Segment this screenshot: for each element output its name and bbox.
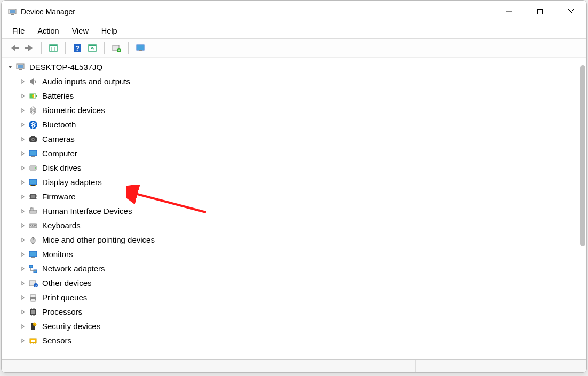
svg-rect-55 [30,225,31,226]
chevron-right-icon[interactable] [19,137,27,142]
toolbar-back-button[interactable] [7,41,22,55]
svg-rect-8 [25,47,29,49]
tree-category[interactable]: ?Other devices [19,276,586,290]
tree-category[interactable]: Network adapters [19,261,586,276]
menu-view[interactable]: View [66,25,95,37]
tree-category[interactable]: Keyboards [19,218,586,233]
tree-category[interactable]: Processors [19,305,586,319]
speaker-icon [27,76,39,87]
tree-category[interactable]: Monitors [19,247,586,261]
tree-category[interactable]: Human Interface Devices [19,204,586,218]
chevron-right-icon[interactable] [19,295,27,300]
chevron-right-icon[interactable] [19,151,27,156]
chevron-right-icon[interactable] [19,93,27,99]
tree-category[interactable]: Security devices [19,319,586,333]
device-manager-window: Device Manager File Action View Help [1,0,587,373]
svg-rect-10 [50,45,57,46]
maximize-button[interactable] [525,1,555,23]
tree-category-label: Bluetooth [41,121,76,129]
monitor-icon [27,249,39,260]
titlebar[interactable]: Device Manager [2,1,586,23]
svg-point-30 [33,109,34,111]
svg-rect-63 [31,257,35,258]
tree-category-label: Processors [41,308,82,316]
chevron-right-icon[interactable] [19,252,27,257]
tree-category-label: Mice and other pointing devices [41,236,155,244]
chevron-right-icon[interactable] [19,165,27,171]
battery-icon [27,91,39,101]
tree-category-label: Sensors [41,337,71,345]
toolbar-addlegacy-button[interactable]: + [109,41,124,55]
chevron-right-icon[interactable] [19,338,27,343]
minimize-button[interactable] [494,1,525,23]
monitor-icon [27,148,39,159]
tree-category-label: Disk drives [41,164,81,172]
chevron-right-icon[interactable] [19,309,27,315]
chevron-right-icon[interactable] [19,237,27,243]
chevron-right-icon[interactable] [19,79,27,84]
toolbar-showhidden-button[interactable] [46,41,61,55]
svg-rect-44 [31,195,35,198]
device-tree-area[interactable]: DESKTOP-4L537JQ Audio inputs and outputs… [2,57,586,359]
tree-category-label: Human Interface Devices [41,207,132,215]
printer-icon [27,292,39,303]
svg-point-34 [33,139,34,140]
svg-rect-64 [29,265,33,268]
tree-category-label: Computer [41,149,77,157]
statusbar [2,359,586,372]
display-adapter-icon [27,177,39,188]
svg-rect-76 [31,310,35,314]
mouse-icon [27,235,39,245]
unknown-device-icon: ? [27,278,39,289]
tree-category[interactable]: Cameras [19,132,586,146]
svg-rect-73 [31,294,35,297]
chevron-right-icon[interactable] [19,266,27,271]
svg-rect-35 [31,136,35,138]
tree-category[interactable]: Bluetooth [19,117,586,132]
chevron-right-icon[interactable] [19,324,27,329]
scrollbar-thumb[interactable] [580,65,585,246]
menu-file[interactable]: File [6,25,31,37]
fingerprint-icon [27,105,39,116]
tree-category[interactable]: Disk drives [19,161,586,175]
tree-category-label: Security devices [41,322,100,330]
app-icon [7,6,18,17]
chevron-right-icon[interactable] [19,108,27,113]
chevron-right-icon[interactable] [19,209,27,214]
svg-rect-7 [15,47,19,49]
svg-rect-59 [31,226,35,227]
toolbar-monitor-button[interactable] [133,41,148,55]
disk-icon [27,163,39,173]
svg-rect-85 [34,324,35,326]
cpu-icon [27,307,39,317]
tree-category-label: Firmware [41,193,76,201]
sensor-icon [27,335,39,346]
keyboard-icon [27,220,39,231]
tree-category[interactable]: Print queues [19,290,586,305]
menu-action[interactable]: Action [31,25,65,37]
tree-category[interactable]: Audio inputs and outputs [19,74,586,89]
chevron-right-icon[interactable] [19,194,27,199]
tree-category[interactable]: Computer [19,146,586,161]
toolbar-forward-button[interactable] [22,41,37,55]
tree-category[interactable]: Batteries [19,89,586,103]
chevron-right-icon[interactable] [19,281,27,286]
tree-category[interactable]: Mice and other pointing devices [19,233,586,247]
tree-root[interactable]: DESKTOP-4L537JQ [6,60,586,74]
close-button[interactable] [555,1,586,23]
tree-category[interactable]: Biometric devices [19,103,586,117]
menu-help[interactable]: Help [95,25,124,37]
chevron-right-icon[interactable] [19,180,27,185]
tree-category[interactable]: Display adapters [19,175,586,189]
svg-rect-23 [18,65,23,68]
network-icon [27,263,39,274]
toolbar-scan-button[interactable] [85,41,100,55]
tree-category[interactable]: Sensors [19,333,586,348]
computer-root-icon [14,62,26,73]
expander-icon[interactable] [6,65,14,70]
tree-category[interactable]: Firmware [19,189,586,204]
chevron-right-icon[interactable] [19,122,27,127]
svg-text:+: + [118,49,120,52]
chevron-right-icon[interactable] [19,223,27,228]
toolbar-help-button[interactable]: ? [70,41,85,55]
